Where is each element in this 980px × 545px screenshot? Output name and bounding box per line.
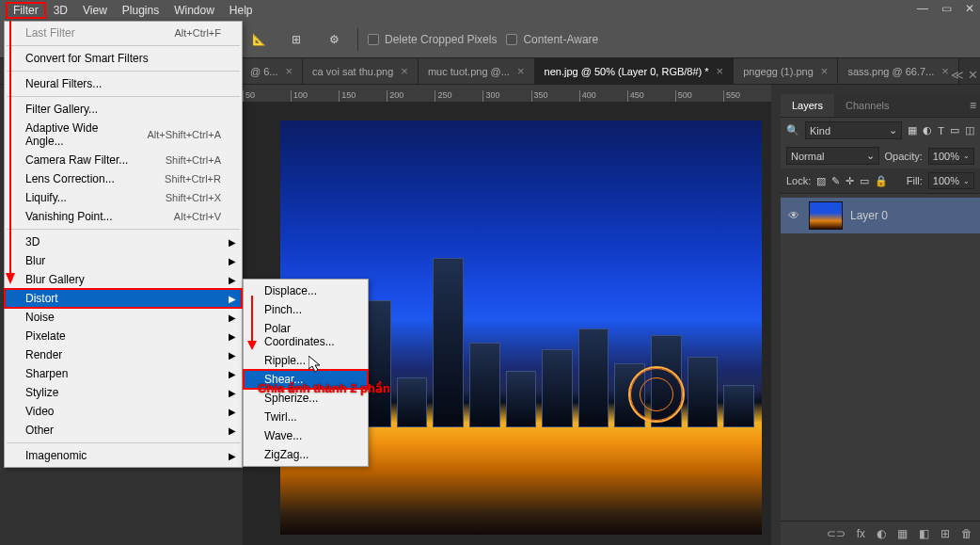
search-icon[interactable]: 🔍 [786, 124, 799, 136]
ferris-wheel-graphic [628, 366, 685, 423]
close-icon[interactable]: × [401, 64, 408, 78]
tab-label: ca voi sat thu.png [312, 66, 393, 77]
menu-distort-sub[interactable]: Distort▶ [5, 289, 242, 308]
layer-thumbnail[interactable] [809, 201, 843, 230]
menu-ripple[interactable]: Ripple... [244, 351, 368, 370]
menu-help[interactable]: Help [222, 2, 261, 19]
content-aware-label: Content-Aware [523, 33, 598, 46]
menu-3d-sub[interactable]: 3D▶ [5, 232, 242, 251]
checkbox-icon[interactable] [368, 34, 379, 45]
filter-pixel-icon[interactable]: ▦ [908, 124, 917, 136]
svg-marker-4 [308, 356, 320, 372]
layers-list: 👁 Layer 0 [781, 194, 980, 521]
tab-item[interactable]: muc tuot.png @...× [419, 58, 535, 84]
menu-pixelate-sub[interactable]: Pixelate▶ [5, 327, 242, 345]
annotation-text: Chia ảnh thành 2 phần [258, 381, 390, 395]
menu-noise-sub[interactable]: Noise▶ [5, 308, 242, 327]
close-icon[interactable]: × [517, 64, 525, 78]
menu-last-filter: Last FilterAlt+Ctrl+F [5, 24, 242, 42]
tab-item-active[interactable]: nen.jpg @ 50% (Layer 0, RGB/8#) *× [535, 58, 735, 84]
filter-dropdown: Last FilterAlt+Ctrl+F Convert for Smart … [4, 21, 243, 468]
menu-displace[interactable]: Displace... [244, 281, 368, 300]
menu-pinch[interactable]: Pinch... [244, 300, 368, 319]
menubar: Filter 3D View Plugins Window Help [0, 0, 980, 21]
lock-position-icon[interactable]: ✛ [846, 175, 854, 187]
menu-wave[interactable]: Wave... [244, 426, 368, 445]
menu-sharpen-sub[interactable]: Sharpen▶ [5, 364, 242, 383]
layer-name[interactable]: Layer 0 [850, 209, 888, 222]
menu-neural-filters[interactable]: Neural Filters... [5, 74, 242, 93]
filter-shape-icon[interactable]: ▭ [950, 124, 959, 136]
gear-icon[interactable]: ⚙ [320, 25, 348, 54]
delete-cropped-check[interactable]: Delete Cropped Pixels [368, 33, 497, 46]
menu-polar[interactable]: Polar Coordinates... [244, 319, 368, 351]
menu-plugins[interactable]: Plugins [115, 2, 166, 19]
kind-select[interactable]: Kind⌄ [805, 121, 902, 139]
tab-layers[interactable]: Layers [781, 94, 834, 117]
trash-icon[interactable]: 🗑 [961, 527, 972, 540]
filter-adjust-icon[interactable]: ◐ [923, 124, 932, 136]
grid-icon[interactable]: ⊞ [282, 25, 310, 54]
menu-render-sub[interactable]: Render▶ [5, 345, 242, 364]
menu-adaptive-wide[interactable]: Adaptive Wide Angle...Alt+Shift+Ctrl+A [5, 119, 242, 151]
blend-mode-select[interactable]: Normal⌄ [786, 147, 879, 165]
mask-icon[interactable]: ◐ [877, 527, 886, 540]
menu-view[interactable]: View [75, 2, 115, 19]
ruler-tick: 550 [723, 90, 771, 102]
menu-camera-raw[interactable]: Camera Raw Filter...Shift+Ctrl+A [5, 151, 242, 169]
menu-liquify[interactable]: Liquify...Shift+Ctrl+X [5, 188, 242, 207]
tab-item[interactable]: ca voi sat thu.png× [303, 58, 419, 84]
menu-other-sub[interactable]: Other▶ [5, 421, 242, 440]
checkbox-icon[interactable] [506, 34, 517, 45]
straighten-icon[interactable]: 📐 [245, 25, 273, 54]
menu-twirl[interactable]: Twirl... [244, 408, 368, 426]
lock-paint-icon[interactable]: ✎ [831, 175, 840, 187]
fx-icon[interactable]: fx [857, 527, 865, 540]
link-layers-icon[interactable]: ⊂⊃ [827, 527, 846, 540]
close-icon[interactable]: × [821, 64, 829, 78]
menu-filter[interactable]: Filter [6, 2, 46, 19]
tab-label: @ 6... [250, 66, 278, 77]
close-icon[interactable]: × [717, 64, 724, 78]
menu-filter-gallery[interactable]: Filter Gallery... [5, 100, 242, 119]
panel-menu-icon[interactable]: ≡ [970, 99, 976, 112]
menu-blur-sub[interactable]: Blur▶ [5, 251, 242, 270]
group-icon[interactable]: ◧ [919, 527, 929, 540]
layer-item[interactable]: 👁 Layer 0 [781, 198, 980, 233]
visibility-icon[interactable]: 👁 [786, 209, 801, 222]
fill-input[interactable]: 100%⌄ [928, 172, 974, 189]
menu-window[interactable]: Window [166, 2, 222, 19]
menu-3d[interactable]: 3D [46, 2, 75, 19]
menu-lens-correction[interactable]: Lens Correction...Shift+Ctrl+R [5, 169, 242, 188]
close-btn[interactable]: ✕ [965, 2, 974, 15]
tab-label: sass.png @ 66.7... [847, 66, 934, 77]
filter-type-icon[interactable]: T [938, 125, 944, 136]
lock-artboard-icon[interactable]: ▭ [860, 175, 869, 187]
lock-all-icon[interactable]: 🔒 [875, 175, 888, 187]
tab-item[interactable]: @ 6...× [241, 58, 303, 84]
tab-item[interactable]: pngegg (1).png× [734, 58, 838, 84]
lock-pixels-icon[interactable]: ▨ [816, 175, 826, 187]
content-aware-check[interactable]: Content-Aware [506, 33, 598, 46]
opacity-label: Opacity: [885, 151, 923, 162]
close-icon[interactable]: × [941, 64, 949, 78]
filter-smart-icon[interactable]: ◫ [965, 124, 974, 136]
menu-convert-smart[interactable]: Convert for Smart Filters [5, 49, 242, 68]
menu-stylize-sub[interactable]: Stylize▶ [5, 383, 242, 402]
tab-item[interactable]: sass.png @ 66.7...× [838, 58, 958, 84]
menu-vanishing-point[interactable]: Vanishing Point...Alt+Ctrl+V [5, 207, 242, 226]
new-layer-icon[interactable]: ⊞ [940, 527, 950, 540]
menu-zigzag[interactable]: ZigZag... [244, 445, 368, 464]
restore-btn[interactable]: ▭ [941, 2, 952, 15]
panel-close-icon[interactable]: ✕ [968, 68, 978, 82]
panel-chevron-icon[interactable]: ≪ [951, 68, 964, 82]
menu-video-sub[interactable]: Video▶ [5, 402, 242, 421]
opacity-input[interactable]: 100%⌄ [928, 148, 974, 165]
menu-imagenomic-sub[interactable]: Imagenomic▶ [5, 446, 242, 465]
ruler-tick: 400 [579, 90, 627, 102]
adjustment-icon[interactable]: ▦ [897, 527, 908, 540]
tab-channels[interactable]: Channels [834, 94, 900, 117]
close-icon[interactable]: × [286, 64, 293, 78]
minimize-btn[interactable]: — [917, 2, 928, 15]
menu-blur-gallery-sub[interactable]: Blur Gallery▶ [5, 270, 242, 289]
